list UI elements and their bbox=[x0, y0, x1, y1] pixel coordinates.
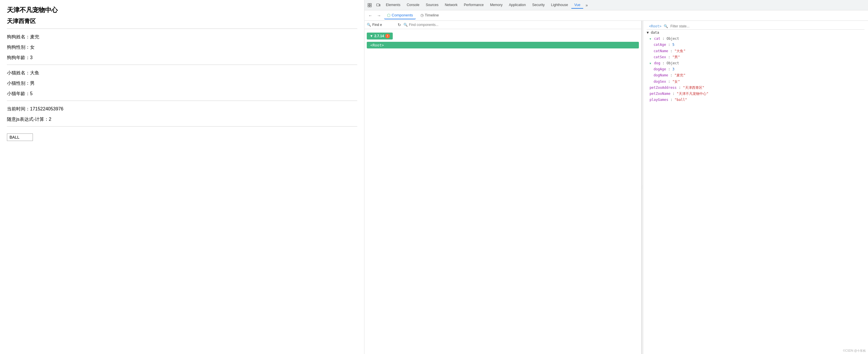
cat-sex-line: 小猫性别：男 bbox=[7, 80, 357, 87]
catName-row: catName : "大鱼" bbox=[647, 48, 865, 54]
tab-sources[interactable]: Sources bbox=[423, 2, 441, 9]
dog-name-line: 狗狗姓名：麦兜 bbox=[7, 33, 357, 40]
catName-value: "大鱼" bbox=[674, 49, 685, 53]
vue-devtools: ← → ⬡ Components ◷ Timeline 🔍 ↻ 🔍 bbox=[365, 10, 868, 354]
filter-icon: 🔍 bbox=[664, 24, 668, 28]
calc-line: 随意js表达式-计算：2 bbox=[7, 116, 357, 123]
dog-age-value: 3 bbox=[30, 55, 33, 60]
divider-3 bbox=[7, 101, 357, 101]
cat-name-value: 大鱼 bbox=[30, 70, 39, 75]
catAge-row: catAge : 5 bbox=[647, 42, 865, 48]
dog-sex-line: 狗狗性别：女 bbox=[7, 44, 357, 51]
dog-type: : Object bbox=[662, 61, 679, 65]
tab-elements[interactable]: Elements bbox=[383, 2, 403, 9]
dog-key: dog bbox=[654, 61, 660, 65]
devtools-topbar: Elements Console Sources Network Perform… bbox=[365, 0, 868, 10]
tab-console[interactable]: Console bbox=[404, 2, 422, 9]
cat-age-label: 小猫年龄： bbox=[7, 91, 30, 96]
cat-age-line: 小猫年龄：5 bbox=[7, 90, 357, 97]
data-section: ▼ data bbox=[647, 30, 865, 36]
catAge-value: 5 bbox=[672, 43, 674, 47]
filter-state-input[interactable] bbox=[670, 24, 862, 28]
version-label: 2.7.14 bbox=[374, 34, 384, 38]
cat-triangle[interactable]: ▼ bbox=[650, 37, 651, 40]
cat-name-line: 小猫姓名：大鱼 bbox=[7, 69, 357, 76]
dog-name-label: 狗狗姓名： bbox=[7, 34, 30, 39]
svg-rect-2 bbox=[370, 3, 371, 5]
app-subtitle: 天津西青区 bbox=[7, 17, 357, 25]
dogName-value: "麦兜" bbox=[674, 73, 685, 77]
calc-label: 随意js表达式-计算： bbox=[7, 117, 49, 122]
tab-vue[interactable]: Vue bbox=[571, 2, 583, 9]
playGames-value: "ball" bbox=[675, 98, 687, 102]
time-line: 当前时间：1715224053976 bbox=[7, 106, 357, 112]
dog-age-label: 狗狗年龄： bbox=[7, 55, 30, 60]
component-search-icon: 🔍 bbox=[403, 23, 408, 27]
dogSex-key: dogSex bbox=[654, 79, 666, 83]
cat-type: : Object bbox=[662, 37, 679, 41]
timeline-tab[interactable]: ◷ Timeline bbox=[417, 12, 442, 19]
catName-key: catName bbox=[654, 49, 668, 53]
dog-age-line: 狗狗年龄：3 bbox=[7, 54, 357, 61]
calc-value: 2 bbox=[49, 117, 51, 122]
petZooName-row: petZooName : "天津不凡宠物中心" bbox=[647, 91, 865, 97]
svg-rect-0 bbox=[368, 3, 369, 5]
cat-sex-label: 小猫性别： bbox=[7, 81, 30, 85]
catSex-key: catSex bbox=[654, 55, 666, 59]
cat-name-label: 小猫姓名： bbox=[7, 70, 30, 75]
tab-performance[interactable]: Performance bbox=[461, 2, 487, 9]
cat-key: cat bbox=[654, 37, 660, 41]
dogSex-row: dogSex : "女" bbox=[647, 79, 865, 85]
tab-security[interactable]: Security bbox=[529, 2, 548, 9]
vue-state-panel: <Root> 🔍 ▼ data ▼ cat : Object catAge : bbox=[643, 21, 868, 354]
more-tabs-btn[interactable]: » bbox=[584, 2, 590, 9]
find-input[interactable] bbox=[372, 23, 395, 27]
inspect-icon-btn[interactable] bbox=[366, 1, 374, 9]
components-tab[interactable]: ⬡ Components bbox=[384, 12, 416, 19]
forward-button[interactable]: → bbox=[375, 12, 382, 19]
ball-input[interactable] bbox=[7, 134, 33, 141]
component-search-input[interactable] bbox=[409, 23, 639, 27]
app-title: 天津不凡宠物中心 bbox=[7, 6, 357, 14]
petZooAddress-row: petZooAddress : "天津西青区" bbox=[647, 85, 865, 91]
svg-rect-3 bbox=[370, 5, 371, 7]
svg-rect-1 bbox=[368, 5, 369, 7]
petZooAddress-value: "天津西青区" bbox=[683, 85, 704, 90]
catSex-row: catSex : "男" bbox=[647, 54, 865, 60]
dog-sex-label: 狗狗性别： bbox=[7, 45, 30, 49]
catSex-value: "男" bbox=[672, 55, 680, 59]
dogSex-value: "女" bbox=[672, 79, 680, 83]
vue-toolbar: ← → ⬡ Components ◷ Timeline bbox=[365, 10, 868, 21]
vue-icon: ⬡ bbox=[387, 13, 391, 17]
dog-object-row: ▼ dog : Object bbox=[647, 60, 865, 66]
tab-network[interactable]: Network bbox=[442, 2, 460, 9]
petZooName-value: "天津不凡宠物中心" bbox=[677, 92, 708, 96]
divider-4 bbox=[7, 126, 357, 127]
tree-content: ▼ 2.7.14 ! <Root> bbox=[365, 29, 641, 354]
divider-2 bbox=[7, 65, 357, 65]
watermark: ©CSDN @今客栈 bbox=[843, 349, 866, 353]
find-search-icon: 🔍 bbox=[367, 23, 371, 27]
catAge-key: catAge bbox=[654, 43, 666, 47]
dogName-row: dogName : "麦兜" bbox=[647, 72, 865, 78]
dogAge-row: dogAge : 3 bbox=[647, 66, 865, 72]
petZooAddress-key: petZooAddress bbox=[650, 85, 677, 90]
back-button[interactable]: ← bbox=[367, 12, 374, 19]
tab-lighthouse[interactable]: Lighthouse bbox=[548, 2, 571, 9]
root-component-item[interactable]: <Root> bbox=[367, 42, 639, 48]
tab-application[interactable]: Application bbox=[506, 2, 529, 9]
vue-tree-panel: 🔍 ↻ 🔍 ▼ 2.7.14 ! <Root> bbox=[365, 21, 642, 354]
device-icon-btn[interactable] bbox=[374, 1, 382, 9]
vue-main: 🔍 ↻ 🔍 ▼ 2.7.14 ! <Root> bbox=[365, 21, 868, 354]
tab-memory[interactable]: Memory bbox=[487, 2, 505, 9]
dog-triangle[interactable]: ▼ bbox=[650, 62, 651, 65]
time-label: 当前时间： bbox=[7, 106, 30, 111]
timeline-tab-label: Timeline bbox=[425, 13, 439, 17]
playGames-key: playGames bbox=[650, 98, 668, 102]
root-link[interactable]: <Root> bbox=[649, 24, 661, 28]
cat-sex-value: 男 bbox=[30, 81, 35, 85]
data-section-title: ▼ data bbox=[647, 31, 659, 35]
timeline-icon: ◷ bbox=[421, 13, 424, 17]
devtools-panel: Elements Console Sources Network Perform… bbox=[365, 0, 868, 354]
refresh-button[interactable]: ↻ bbox=[397, 22, 402, 28]
